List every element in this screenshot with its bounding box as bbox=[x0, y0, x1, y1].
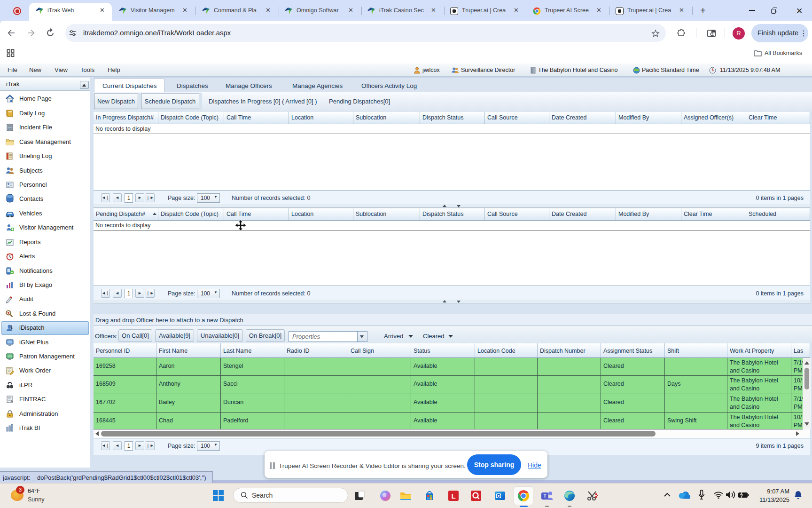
svg-text:T: T bbox=[543, 493, 546, 499]
svg-text:L: L bbox=[451, 492, 455, 500]
